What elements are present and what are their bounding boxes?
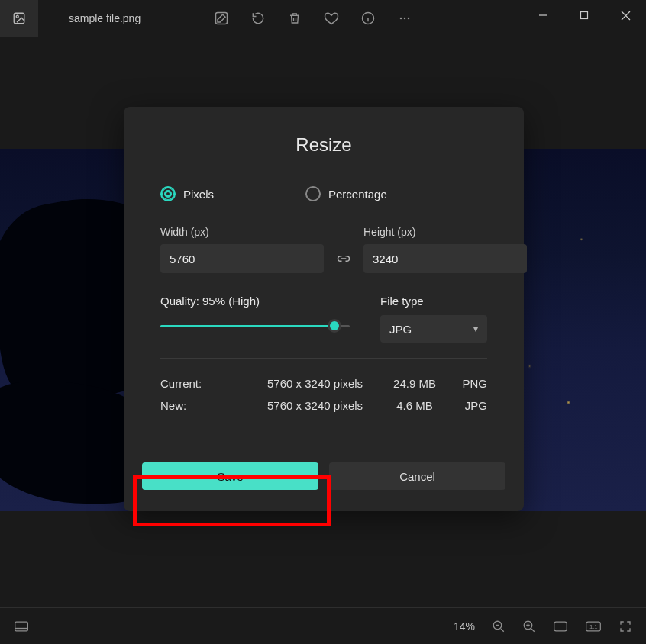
zoom-in-icon[interactable] xyxy=(522,620,536,633)
new-label: New: xyxy=(160,394,267,417)
filetype-label: File type xyxy=(380,295,487,308)
current-size: 24.9 MB xyxy=(380,372,449,394)
svg-point-5 xyxy=(404,18,406,20)
radio-icon xyxy=(305,186,321,201)
radio-icon xyxy=(160,186,176,201)
divider xyxy=(160,358,487,359)
slider-thumb[interactable] xyxy=(328,319,341,333)
new-dims: 5760 x 3240 pixels xyxy=(267,394,380,417)
filename-label: sample file.png xyxy=(69,12,141,24)
filetype-value: JPG xyxy=(389,323,412,336)
svg-point-6 xyxy=(408,18,410,20)
width-input[interactable] xyxy=(160,244,324,273)
height-label: Height (px) xyxy=(363,226,527,238)
quality-label: Quality: 95% (High) xyxy=(160,295,350,308)
rotate-icon[interactable] xyxy=(250,11,266,26)
delete-icon[interactable] xyxy=(287,11,302,26)
window-controls xyxy=(522,0,646,31)
filmstrip-toggle-icon[interactable] xyxy=(14,620,29,633)
edit-image-icon[interactable] xyxy=(214,11,229,26)
svg-point-4 xyxy=(400,18,402,20)
titlebar: sample file.png xyxy=(0,0,646,37)
svg-rect-8 xyxy=(581,12,588,19)
width-label: Width (px) xyxy=(160,226,324,238)
info-icon[interactable] xyxy=(360,11,376,26)
close-button[interactable] xyxy=(605,0,646,31)
aspect-lock-icon[interactable] xyxy=(336,244,351,273)
radio-pixels[interactable]: Pixels xyxy=(160,186,214,201)
filetype-select[interactable]: JPG ▾ xyxy=(380,315,487,343)
chevron-down-icon: ▾ xyxy=(473,324,478,334)
bottombar: 14% 1:1 xyxy=(0,607,646,644)
current-dims: 5760 x 3240 pixels xyxy=(267,372,380,394)
size-info-table: Current: 5760 x 3240 pixels 24.9 MB PNG … xyxy=(160,372,487,417)
svg-rect-15 xyxy=(554,622,567,631)
cancel-button[interactable]: Cancel xyxy=(329,462,505,490)
fullscreen-icon[interactable] xyxy=(619,620,632,633)
current-label: Current: xyxy=(160,372,267,394)
current-type: PNG xyxy=(449,372,487,394)
minimize-button[interactable] xyxy=(522,0,564,31)
zoom-text: 14% xyxy=(454,620,475,633)
zoom-out-icon[interactable] xyxy=(492,620,505,633)
radio-pixels-label: Pixels xyxy=(183,188,214,201)
new-type: JPG xyxy=(449,394,487,417)
radio-percentage-label: Percentage xyxy=(328,188,387,201)
menu-more-icon[interactable] xyxy=(397,11,412,26)
svg-point-1 xyxy=(16,15,18,18)
svg-rect-11 xyxy=(15,622,28,631)
app-icon xyxy=(0,0,38,37)
quality-slider[interactable] xyxy=(160,321,350,330)
resize-dialog: Resize Pixels Percentage Width (px) Heig… xyxy=(124,107,524,511)
fit-screen-icon[interactable] xyxy=(553,620,568,633)
toolbar-icons xyxy=(214,0,412,37)
actual-size-icon[interactable]: 1:1 xyxy=(585,620,602,633)
svg-rect-0 xyxy=(14,13,24,24)
svg-text:1:1: 1:1 xyxy=(589,623,598,630)
radio-percentage[interactable]: Percentage xyxy=(305,186,387,201)
dialog-title: Resize xyxy=(160,134,487,156)
save-button[interactable]: Save xyxy=(142,462,318,490)
favorite-icon[interactable] xyxy=(324,11,339,26)
new-size: 4.6 MB xyxy=(380,394,449,417)
maximize-button[interactable] xyxy=(564,0,605,31)
height-input[interactable] xyxy=(363,244,527,273)
